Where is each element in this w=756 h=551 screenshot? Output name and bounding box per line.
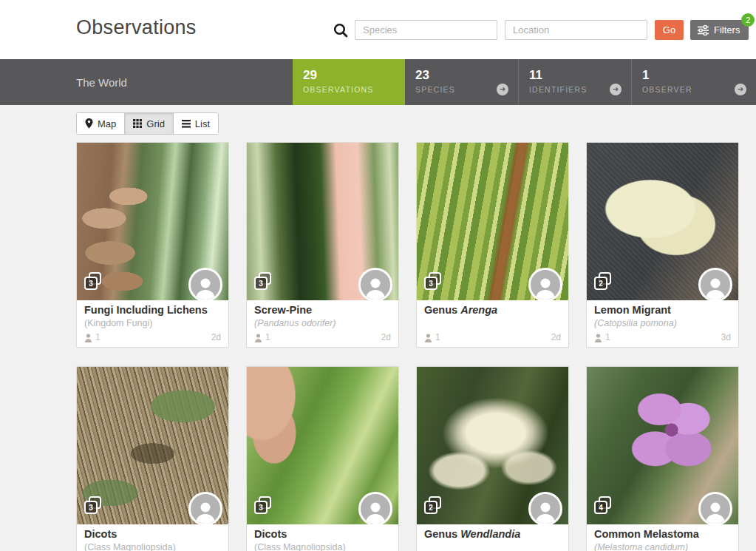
observation-card[interactable]: 3 Fungi Including Lichens (Kingdom Fungi… bbox=[76, 142, 229, 348]
observation-photo[interactable]: 2 bbox=[587, 143, 738, 300]
observation-subtitle bbox=[424, 542, 561, 551]
observation-title[interactable]: Genus Wendlandia bbox=[424, 528, 561, 541]
id-count: 1 bbox=[84, 333, 101, 342]
page-title: Observations bbox=[76, 16, 197, 39]
observation-title[interactable]: Dicots bbox=[254, 528, 391, 541]
observation-card[interactable]: 4 Common Melastoma (Melastoma candidum) … bbox=[586, 366, 739, 551]
avatar[interactable] bbox=[698, 268, 732, 302]
map-view-label: Map bbox=[98, 118, 116, 129]
observation-card[interactable]: 2 Genus Wendlandia 1 6d bbox=[416, 366, 569, 551]
observation-footer: 1 3d bbox=[594, 333, 731, 342]
avatar[interactable] bbox=[698, 492, 732, 526]
person-icon bbox=[193, 498, 218, 524]
filters-count-badge: 2 bbox=[741, 13, 755, 27]
content: Map Grid List 3 bbox=[0, 105, 756, 551]
observation-meta: Dicots (Class Magnoliopsida) 1 6d bbox=[77, 524, 228, 551]
search-area: Go Filters 2 bbox=[333, 20, 749, 40]
observation-footer: 1 2d bbox=[424, 333, 561, 342]
observation-subtitle: (Catopsilia pomona) bbox=[594, 318, 731, 329]
id-count: 1 bbox=[254, 333, 270, 342]
observation-footer: 1 2d bbox=[84, 333, 221, 342]
observation-photo[interactable]: 3 bbox=[417, 143, 568, 300]
arrow-right-icon[interactable]: ➜ bbox=[497, 84, 508, 95]
species-input[interactable] bbox=[355, 20, 497, 40]
photo-count-badge: 2 bbox=[424, 499, 443, 517]
grid-icon bbox=[133, 119, 142, 128]
observation-card[interactable]: 3 Genus Arenga 1 2d bbox=[416, 142, 569, 348]
person-icon bbox=[703, 274, 728, 300]
list-view-button[interactable]: List bbox=[174, 113, 218, 134]
observations-count: 29 bbox=[303, 67, 405, 84]
view-toggle: Map Grid List bbox=[76, 112, 219, 135]
observation-photo[interactable]: 3 bbox=[77, 367, 228, 524]
observation-title[interactable]: Genus Arenga bbox=[424, 304, 561, 317]
observation-age: 2d bbox=[381, 333, 391, 342]
avatar[interactable] bbox=[188, 268, 222, 302]
observation-card[interactable]: 3 Screw-Pine (Pandanus odorifer) 1 2d bbox=[246, 142, 399, 348]
observation-subtitle: (Kingdom Fungi) bbox=[84, 318, 221, 329]
avatar[interactable] bbox=[528, 492, 562, 526]
location-input[interactable] bbox=[505, 20, 647, 40]
species-count: 23 bbox=[415, 67, 518, 84]
photo-count-badge: 3 bbox=[424, 275, 443, 293]
map-view-button[interactable]: Map bbox=[77, 113, 125, 134]
header: Observations Go Filters 2 bbox=[0, 0, 756, 59]
observation-subtitle: (Class Magnoliopsida) bbox=[84, 542, 221, 551]
person-icon bbox=[193, 274, 218, 300]
id-count: 1 bbox=[594, 333, 610, 342]
stat-species[interactable]: 23 SPECIES ➜ bbox=[405, 59, 518, 105]
id-count: 1 bbox=[424, 333, 440, 342]
stat-observer[interactable]: 1 OBSERVER ➜ bbox=[631, 59, 756, 105]
search-icon bbox=[333, 22, 349, 38]
map-pin-icon bbox=[85, 118, 93, 129]
observations-label: OBSERVATIONS bbox=[303, 85, 405, 94]
avatar[interactable] bbox=[358, 492, 392, 526]
observation-card[interactable]: 2 Lemon Migrant (Catopsilia pomona) 1 3d bbox=[586, 142, 739, 348]
avatar[interactable] bbox=[358, 268, 392, 302]
grid-view-label: Grid bbox=[146, 118, 165, 129]
place-label: The World bbox=[76, 76, 127, 89]
identification-icon bbox=[254, 334, 262, 342]
observation-photo[interactable]: 3 bbox=[247, 143, 398, 300]
observation-title[interactable]: Common Melastoma bbox=[594, 528, 731, 541]
observation-meta: Screw-Pine (Pandanus odorifer) 1 2d bbox=[247, 300, 398, 347]
observation-subtitle bbox=[424, 318, 561, 329]
photo-count-badge: 3 bbox=[254, 499, 273, 517]
go-button[interactable]: Go bbox=[655, 20, 684, 40]
observation-photo[interactable]: 4 bbox=[587, 367, 738, 524]
observation-meta: Genus Arenga 1 2d bbox=[417, 300, 568, 347]
arrow-right-icon[interactable]: ➜ bbox=[610, 84, 622, 95]
observation-meta: Fungi Including Lichens (Kingdom Fungi) … bbox=[77, 300, 228, 347]
identification-icon bbox=[84, 334, 92, 342]
photo-count-badge: 4 bbox=[594, 499, 613, 517]
filters-button[interactable]: Filters 2 bbox=[690, 20, 749, 40]
observation-title[interactable]: Dicots bbox=[84, 528, 221, 541]
identifiers-count: 11 bbox=[529, 67, 631, 84]
list-view-label: List bbox=[195, 118, 210, 129]
avatar[interactable] bbox=[528, 268, 562, 302]
photo-count-badge: 2 bbox=[594, 275, 613, 293]
person-icon bbox=[363, 498, 388, 524]
observation-photo[interactable]: 2 bbox=[417, 367, 568, 524]
observation-meta: Dicots (Class Magnoliopsida) 1 6d bbox=[247, 524, 398, 551]
observation-title[interactable]: Screw-Pine bbox=[254, 304, 391, 317]
observation-card[interactable]: 3 Dicots (Class Magnoliopsida) 1 6d bbox=[246, 366, 399, 551]
person-icon bbox=[533, 274, 558, 300]
avatar[interactable] bbox=[188, 492, 222, 526]
observation-age: 2d bbox=[211, 333, 221, 342]
photo-count-badge: 3 bbox=[84, 499, 103, 517]
stat-identifiers[interactable]: 11 IDENTIFIERS ➜ bbox=[518, 59, 631, 105]
observation-photo[interactable]: 3 bbox=[77, 143, 228, 300]
observation-title[interactable]: Lemon Migrant bbox=[594, 304, 731, 317]
stats-bar: The World 29 OBSERVATIONS 23 SPECIES ➜ 1… bbox=[0, 59, 756, 105]
grid-view-button[interactable]: Grid bbox=[125, 113, 174, 134]
observation-card[interactable]: 3 Dicots (Class Magnoliopsida) 1 6d bbox=[76, 366, 229, 551]
observation-photo[interactable]: 3 bbox=[247, 367, 398, 524]
observation-title[interactable]: Fungi Including Lichens bbox=[84, 304, 221, 317]
observation-subtitle: (Pandanus odorifer) bbox=[254, 318, 391, 329]
sliders-icon bbox=[698, 25, 709, 36]
observation-subtitle: (Melastoma candidum) bbox=[594, 542, 731, 551]
arrow-right-icon[interactable]: ➜ bbox=[735, 84, 746, 95]
stat-observations[interactable]: 29 OBSERVATIONS bbox=[293, 59, 405, 105]
person-icon bbox=[703, 498, 728, 524]
